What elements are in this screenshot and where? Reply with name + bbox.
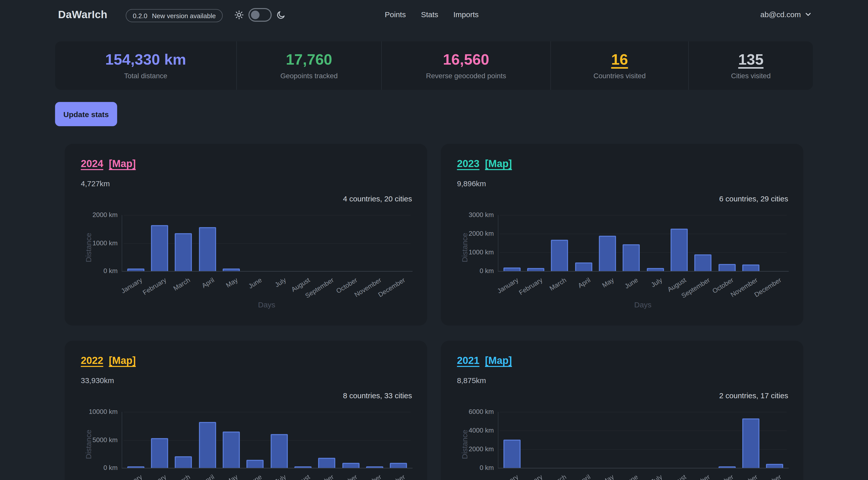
gridline — [124, 412, 410, 412]
stat-cell: 17,760Geopoints tracked — [237, 41, 382, 90]
monthly-distance-chart: Distance10000 km5000 km0 kmJanuaryFebrua… — [81, 405, 413, 480]
x-axis-title: Days — [258, 300, 275, 309]
stat-value[interactable]: 135 — [738, 52, 764, 68]
nav-imports[interactable]: Imports — [454, 10, 479, 19]
month-label: July — [649, 473, 663, 480]
version-badge[interactable]: 0.2.0 New version available — [126, 9, 223, 22]
month-label: May — [601, 473, 616, 480]
month-label: August — [289, 473, 311, 480]
stat-label: Cities visited — [731, 72, 771, 80]
stat-label: Countries visited — [594, 72, 646, 80]
bar-october — [718, 264, 736, 271]
countries-cities-summary: 2 countries, 17 cities — [719, 391, 788, 400]
month-label: June — [247, 473, 263, 480]
countries-cities-summary: 8 countries, 33 cities — [343, 391, 412, 400]
year-distance: 4,727km — [81, 179, 110, 188]
year-card-2023: 2023[Map]9,896km6 countries, 29 citiesDi… — [441, 144, 803, 325]
app-logo: DaWarIch — [58, 8, 107, 21]
monthly-distance-chart: Distance3000 km2000 km1000 km0 kmJanuary… — [457, 209, 789, 318]
stat-value: 16,560 — [443, 52, 489, 68]
map-link-2024[interactable]: [Map] — [109, 158, 136, 169]
stat-value[interactable]: 16 — [611, 52, 628, 68]
bar-january — [503, 267, 520, 271]
bar-april — [199, 422, 216, 468]
stats-row: 154,330 kmTotal distance17,760Geopoints … — [55, 41, 813, 90]
bar-october — [718, 467, 736, 468]
bar-december — [766, 464, 783, 468]
month-label: March — [172, 473, 191, 480]
bar-august — [294, 467, 312, 468]
month-label: January — [120, 276, 144, 295]
month-label: March — [172, 276, 191, 292]
year-distance: 8,875km — [457, 376, 486, 385]
month-label: May — [225, 276, 239, 289]
year-card-2022: 2022[Map]33,930km8 countries, 33 citiesD… — [65, 341, 427, 480]
month-label: May — [601, 276, 616, 289]
y-tick-label: 1000 km — [81, 239, 118, 247]
countries-cities-summary: 4 countries, 20 cities — [343, 194, 412, 203]
chevron-down-icon — [805, 11, 811, 18]
user-menu[interactable]: ab@cd.com — [760, 10, 811, 19]
nav-points[interactable]: Points — [385, 10, 406, 19]
stat-cell: 154,330 kmTotal distance — [55, 41, 237, 90]
month-label: June — [247, 276, 263, 290]
theme-toggle[interactable] — [248, 8, 272, 22]
year-distance: 33,930km — [81, 376, 114, 385]
y-axis-line — [122, 215, 122, 271]
bar-march — [175, 456, 192, 468]
month-label: April — [200, 276, 215, 289]
stat-value: 17,760 — [286, 52, 332, 68]
year-link-2023[interactable]: 2023 — [457, 158, 479, 169]
stat-value: 154,330 km — [105, 52, 186, 68]
bar-january — [127, 268, 144, 271]
x-axis-line — [122, 271, 412, 271]
gridline — [500, 215, 787, 216]
month-label: July — [649, 276, 663, 289]
y-tick-label: 5000 km — [81, 436, 118, 443]
bar-october — [342, 463, 359, 468]
y-tick-label: 0 km — [81, 464, 118, 472]
bar-june — [247, 460, 264, 468]
month-label: December — [377, 276, 407, 298]
x-axis-line — [122, 468, 412, 469]
stat-cell: 16Countries visited — [551, 41, 689, 90]
version-note: New version available — [152, 12, 216, 20]
year-link-2021[interactable]: 2021 — [457, 355, 479, 366]
nav-stats[interactable]: Stats — [421, 10, 438, 19]
month-label: April — [577, 276, 592, 289]
update-stats-button[interactable]: Update stats — [55, 102, 117, 126]
year-distance: 9,896km — [457, 179, 486, 188]
month-label: February — [518, 276, 544, 296]
y-axis-title: Distance — [84, 429, 93, 459]
dawarich-dashboard: DaWarIch 0.2.0 New version available Poi… — [0, 0, 868, 480]
stat-label: Geopoints tracked — [280, 72, 338, 80]
month-label: November — [729, 276, 759, 298]
y-axis-line — [498, 412, 498, 468]
month-label: January — [120, 473, 144, 480]
month-label: March — [548, 276, 567, 292]
bar-november — [366, 467, 383, 468]
gridline — [500, 234, 787, 234]
map-link-2021[interactable]: [Map] — [485, 355, 512, 366]
monthly-distance-chart: Distance2000 km1000 km0 kmJanuaryFebruar… — [81, 209, 413, 318]
stat-cell: 135Cities visited — [689, 41, 813, 90]
y-tick-label: 0 km — [457, 267, 494, 275]
bar-january — [127, 467, 144, 468]
y-tick-label: 1000 km — [457, 248, 494, 256]
month-label: January — [496, 473, 520, 480]
y-tick-label: 6000 km — [457, 408, 494, 415]
stat-label: Reverse geocoded points — [426, 72, 506, 80]
bar-june — [623, 244, 640, 271]
bar-february — [527, 268, 544, 271]
map-link-2022[interactable]: [Map] — [109, 355, 136, 366]
bar-april — [575, 262, 592, 271]
stat-label: Total distance — [124, 72, 167, 80]
bar-august — [671, 229, 688, 271]
bar-september — [318, 458, 336, 468]
y-tick-label: 2000 km — [457, 445, 494, 453]
map-link-2023[interactable]: [Map] — [485, 158, 512, 169]
bar-december — [390, 463, 407, 468]
year-link-2024[interactable]: 2024 — [81, 158, 103, 169]
year-link-2022[interactable]: 2022 — [81, 355, 103, 366]
card-title: 2021[Map] — [457, 355, 512, 366]
